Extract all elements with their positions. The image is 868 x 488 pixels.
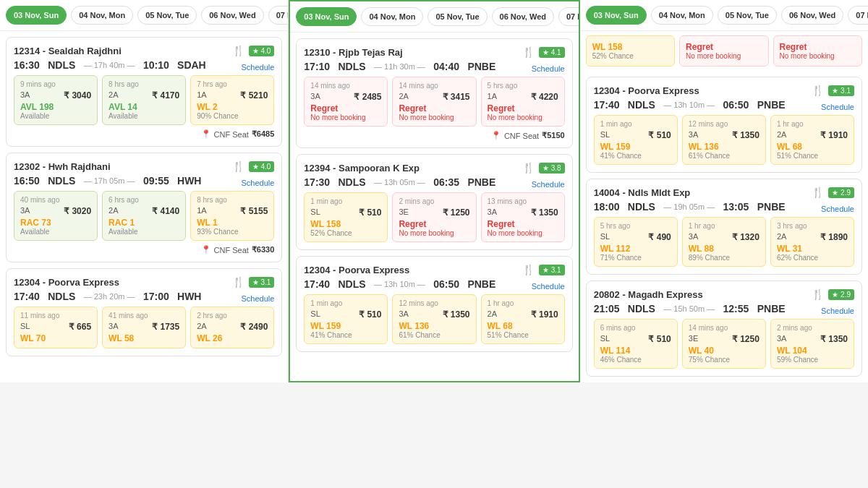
class-box[interactable]: 2 mins ago3E₹ 1250RegretNo more booking (392, 192, 476, 242)
schedule-link[interactable]: Schedule (532, 282, 565, 291)
schedule-link[interactable]: Schedule (532, 180, 565, 189)
arr-station: PNBE (467, 61, 495, 72)
class-box[interactable]: 1 min agoSL₹ 510WL 15941% Chance (304, 294, 388, 344)
class-type: 2A (777, 232, 786, 242)
class-box[interactable]: 14 mins ago3A₹ 2485RegretNo more booking (304, 77, 388, 127)
train-name: 12394 - Sampooran K Exp (304, 163, 420, 174)
fork-icon[interactable]: 🍴 (232, 160, 244, 172)
date-tab[interactable]: 06 Nov, Wed (781, 6, 843, 25)
date-tabs: 03 Nov, Sun04 Nov, Mon05 Nov, Tue06 Nov,… (0, 0, 288, 31)
class-box[interactable]: 2 hrs ago2A₹ 2490WL 26 (190, 307, 274, 348)
class-box[interactable]: 1 hr ago2A₹ 1910WL 6851% Chance (770, 115, 854, 165)
date-tab[interactable]: 03 Nov, Sun (6, 6, 67, 25)
class-box[interactable]: 8 hrs ago2A₹ 4170AVL 14Available (102, 75, 186, 125)
avl-sublabel: No more booking (399, 229, 469, 237)
avl-sublabel: Available (109, 112, 179, 120)
class-type: 3A (20, 90, 30, 100)
schedule-link[interactable]: Schedule (241, 63, 274, 72)
date-tab[interactable]: 07 No (848, 6, 868, 25)
date-tab[interactable]: 03 Nov, Sun (296, 7, 357, 26)
train-actions: 🍴★ 2.9 (812, 187, 854, 198)
class-box[interactable]: 1 min agoSL₹ 510WL 15941% Chance (594, 115, 678, 165)
class-box[interactable]: 14 mins ago2A₹ 3415RegretNo more booking (392, 77, 476, 127)
schedule-link[interactable]: Schedule (821, 307, 854, 315)
arr-station: SDAH (177, 59, 206, 71)
avl-sublabel: 52% Chance (310, 229, 381, 237)
schedule-link[interactable]: Schedule (532, 64, 565, 73)
class-price: ₹ 1350 (531, 207, 558, 218)
class-box[interactable]: 14 mins ago3E₹ 1250WL 4075% Chance (682, 319, 766, 369)
updated-time: 8 hrs ago (197, 196, 268, 204)
avl-status: WL 68 (777, 142, 848, 152)
date-tab[interactable]: 06 Nov, Wed (201, 6, 263, 25)
date-tab[interactable]: 03 Nov, Sun (586, 6, 647, 25)
class-box[interactable]: 5 hrs ago1A₹ 4220RegretNo more booking (481, 77, 565, 127)
train-name: 12304 - Poorva Express (594, 85, 699, 96)
class-box[interactable]: 13 mins ago3A₹ 1350RegretNo more booking (481, 192, 565, 242)
duration: — 13h 10m — (663, 100, 715, 109)
updated-time: 7 hrs ago (197, 80, 268, 88)
fork-icon[interactable]: 🍴 (522, 162, 535, 174)
fork-icon[interactable]: 🍴 (812, 288, 824, 300)
status-badge: Regret (686, 42, 762, 52)
updated-time: 14 mins ago (689, 324, 760, 332)
class-box[interactable]: 41 mins ago3A₹ 1735WL 58 (102, 307, 186, 348)
date-tab[interactable]: 04 Nov, Mon (71, 6, 133, 25)
timing-row: 17:40 NDLS — 23h 20m — 17:00 HWHSchedule (14, 291, 274, 307)
updated-time: 9 mins ago (20, 80, 91, 88)
avl-status: AVL 198 (20, 102, 91, 112)
schedule-link[interactable]: Schedule (821, 205, 854, 213)
class-box[interactable]: 1 min agoSL₹ 510WL 15852% Chance (304, 192, 388, 242)
date-tab[interactable]: 04 Nov, Mon (651, 6, 713, 25)
class-box[interactable]: 1 hr ago2A₹ 1910WL 6851% Chance (481, 294, 565, 344)
schedule-link[interactable]: Schedule (821, 103, 854, 111)
date-tab[interactable]: 05 Nov, Tue (427, 7, 487, 26)
date-tab[interactable]: 05 Nov, Tue (718, 6, 777, 25)
date-tab[interactable]: 06 Nov, Wed (492, 7, 554, 26)
fork-icon[interactable]: 🍴 (522, 264, 535, 275)
date-tab[interactable]: 04 Nov, Mon (361, 7, 423, 26)
class-label: 2A₹ 1910 (488, 309, 558, 320)
fork-icon[interactable]: 🍴 (522, 46, 535, 58)
schedule-link[interactable]: Schedule (241, 294, 274, 303)
class-box[interactable]: 1 hr ago3A₹ 1320WL 8889% Chance (682, 217, 766, 267)
fork-icon[interactable]: 🍴 (812, 187, 824, 198)
schedule-link[interactable]: Schedule (241, 179, 274, 187)
cnf-icon: 📍 (201, 129, 211, 139)
cnf-price: ₹5150 (542, 131, 564, 140)
fork-icon[interactable]: 🍴 (812, 85, 824, 96)
fork-icon[interactable]: 🍴 (232, 45, 244, 56)
class-box[interactable]: 6 mins agoSL₹ 510WL 11446% Chance (594, 319, 678, 369)
class-box[interactable]: 6 hrs ago2A₹ 4140RAC 1Available (102, 191, 186, 241)
timing-row: 17:40 NDLS — 13h 10m — 06:50 PNBESchedul… (594, 99, 854, 115)
class-box[interactable]: 5 hrs agoSL₹ 490WL 11271% Chance (594, 217, 678, 267)
class-box[interactable]: 12 mins ago3A₹ 1350WL 13661% Chance (392, 294, 476, 344)
avl-status: WL 58 (109, 333, 179, 343)
dep-station: NDLS (628, 99, 655, 111)
class-box[interactable]: 9 mins ago3A₹ 3040AVL 198Available (14, 75, 98, 125)
arr-station: PNBE (467, 278, 495, 290)
class-box[interactable]: 40 mins ago3A₹ 3020RAC 73Available (14, 191, 98, 241)
class-box[interactable]: 2 mins ago3A₹ 1350WL 10459% Chance (770, 319, 854, 369)
date-tab[interactable]: 07 No (558, 7, 579, 26)
class-box[interactable]: 3 hrs ago2A₹ 1890WL 3162% Chance (770, 217, 854, 267)
class-box[interactable]: 12 mins ago3A₹ 1350WL 13661% Chance (682, 115, 766, 165)
class-label: 3A₹ 1350 (689, 130, 760, 140)
fork-icon[interactable]: 🍴 (232, 276, 244, 288)
class-grid: 1 min agoSL₹ 510WL 15941% Chance12 mins … (304, 294, 564, 344)
class-label: 2A₹ 3415 (399, 92, 469, 102)
class-box[interactable]: 7 hrs ago1A₹ 5210WL 290% Chance (190, 75, 274, 125)
departure: 16:30 (14, 59, 40, 71)
avl-status: Regret (488, 103, 558, 114)
class-box[interactable]: 8 hrs ago1A₹ 5155WL 193% Chance (190, 191, 274, 241)
class-type: 3A (20, 206, 30, 216)
dep-station: NDLS (338, 278, 365, 290)
train-actions: 🍴★ 3.1 (522, 264, 565, 275)
dep-station: NDLS (628, 201, 655, 213)
panel-3: 03 Nov, Sun04 Nov, Mon05 Nov, Tue06 Nov,… (580, 0, 868, 382)
class-box[interactable]: 11 mins agoSL₹ 665WL 70 (14, 307, 98, 348)
class-price: ₹ 510 (359, 309, 381, 320)
date-tab[interactable]: 07 No (268, 6, 289, 25)
date-tabs: 03 Nov, Sun04 Nov, Mon05 Nov, Tue06 Nov,… (580, 0, 868, 31)
date-tab[interactable]: 05 Nov, Tue (137, 6, 197, 25)
